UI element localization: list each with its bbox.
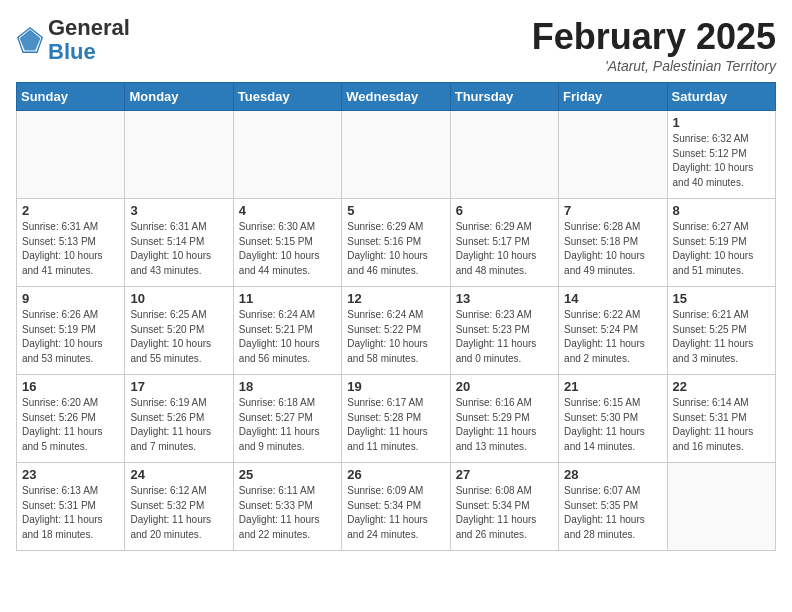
calendar-body: 1Sunrise: 6:32 AMSunset: 5:12 PMDaylight… — [17, 111, 776, 551]
day-number: 27 — [456, 467, 553, 482]
day-number: 2 — [22, 203, 119, 218]
calendar-cell — [125, 111, 233, 199]
day-number: 22 — [673, 379, 770, 394]
calendar-cell: 10Sunrise: 6:25 AMSunset: 5:20 PMDayligh… — [125, 287, 233, 375]
calendar-cell: 28Sunrise: 6:07 AMSunset: 5:35 PMDayligh… — [559, 463, 667, 551]
day-number: 20 — [456, 379, 553, 394]
day-info: Sunrise: 6:12 AMSunset: 5:32 PMDaylight:… — [130, 484, 227, 542]
calendar-cell: 23Sunrise: 6:13 AMSunset: 5:31 PMDayligh… — [17, 463, 125, 551]
day-number: 5 — [347, 203, 444, 218]
day-info: Sunrise: 6:30 AMSunset: 5:15 PMDaylight:… — [239, 220, 336, 278]
day-number: 14 — [564, 291, 661, 306]
weekday-header-friday: Friday — [559, 83, 667, 111]
calendar-cell: 19Sunrise: 6:17 AMSunset: 5:28 PMDayligh… — [342, 375, 450, 463]
calendar-cell — [233, 111, 341, 199]
page-header: General Blue February 2025 'Atarut, Pale… — [16, 16, 776, 74]
calendar-header: SundayMondayTuesdayWednesdayThursdayFrid… — [17, 83, 776, 111]
day-info: Sunrise: 6:21 AMSunset: 5:25 PMDaylight:… — [673, 308, 770, 366]
day-info: Sunrise: 6:27 AMSunset: 5:19 PMDaylight:… — [673, 220, 770, 278]
calendar-cell: 14Sunrise: 6:22 AMSunset: 5:24 PMDayligh… — [559, 287, 667, 375]
day-number: 24 — [130, 467, 227, 482]
day-info: Sunrise: 6:29 AMSunset: 5:16 PMDaylight:… — [347, 220, 444, 278]
logo-general-text: General — [48, 15, 130, 40]
calendar-week-2: 2Sunrise: 6:31 AMSunset: 5:13 PMDaylight… — [17, 199, 776, 287]
day-number: 23 — [22, 467, 119, 482]
svg-marker-0 — [20, 30, 41, 51]
calendar-cell: 18Sunrise: 6:18 AMSunset: 5:27 PMDayligh… — [233, 375, 341, 463]
location-subtitle: 'Atarut, Palestinian Territory — [532, 58, 776, 74]
weekday-header-sunday: Sunday — [17, 83, 125, 111]
day-info: Sunrise: 6:16 AMSunset: 5:29 PMDaylight:… — [456, 396, 553, 454]
day-info: Sunrise: 6:20 AMSunset: 5:26 PMDaylight:… — [22, 396, 119, 454]
day-info: Sunrise: 6:25 AMSunset: 5:20 PMDaylight:… — [130, 308, 227, 366]
calendar-cell: 3Sunrise: 6:31 AMSunset: 5:14 PMDaylight… — [125, 199, 233, 287]
calendar-cell: 20Sunrise: 6:16 AMSunset: 5:29 PMDayligh… — [450, 375, 558, 463]
day-info: Sunrise: 6:17 AMSunset: 5:28 PMDaylight:… — [347, 396, 444, 454]
day-number: 6 — [456, 203, 553, 218]
calendar-cell: 13Sunrise: 6:23 AMSunset: 5:23 PMDayligh… — [450, 287, 558, 375]
calendar-cell: 11Sunrise: 6:24 AMSunset: 5:21 PMDayligh… — [233, 287, 341, 375]
day-number: 17 — [130, 379, 227, 394]
calendar-cell: 24Sunrise: 6:12 AMSunset: 5:32 PMDayligh… — [125, 463, 233, 551]
calendar-cell — [667, 463, 775, 551]
day-info: Sunrise: 6:24 AMSunset: 5:22 PMDaylight:… — [347, 308, 444, 366]
calendar-table: SundayMondayTuesdayWednesdayThursdayFrid… — [16, 82, 776, 551]
day-number: 3 — [130, 203, 227, 218]
day-number: 1 — [673, 115, 770, 130]
weekday-header-tuesday: Tuesday — [233, 83, 341, 111]
day-number: 15 — [673, 291, 770, 306]
day-number: 18 — [239, 379, 336, 394]
day-info: Sunrise: 6:32 AMSunset: 5:12 PMDaylight:… — [673, 132, 770, 190]
weekday-header-monday: Monday — [125, 83, 233, 111]
day-info: Sunrise: 6:18 AMSunset: 5:27 PMDaylight:… — [239, 396, 336, 454]
calendar-cell: 6Sunrise: 6:29 AMSunset: 5:17 PMDaylight… — [450, 199, 558, 287]
weekday-header-wednesday: Wednesday — [342, 83, 450, 111]
calendar-cell — [342, 111, 450, 199]
weekday-header-thursday: Thursday — [450, 83, 558, 111]
day-number: 12 — [347, 291, 444, 306]
day-info: Sunrise: 6:29 AMSunset: 5:17 PMDaylight:… — [456, 220, 553, 278]
day-number: 28 — [564, 467, 661, 482]
day-info: Sunrise: 6:08 AMSunset: 5:34 PMDaylight:… — [456, 484, 553, 542]
day-info: Sunrise: 6:28 AMSunset: 5:18 PMDaylight:… — [564, 220, 661, 278]
day-info: Sunrise: 6:22 AMSunset: 5:24 PMDaylight:… — [564, 308, 661, 366]
day-info: Sunrise: 6:14 AMSunset: 5:31 PMDaylight:… — [673, 396, 770, 454]
day-info: Sunrise: 6:23 AMSunset: 5:23 PMDaylight:… — [456, 308, 553, 366]
day-number: 16 — [22, 379, 119, 394]
day-number: 10 — [130, 291, 227, 306]
calendar-cell: 4Sunrise: 6:30 AMSunset: 5:15 PMDaylight… — [233, 199, 341, 287]
calendar-cell — [17, 111, 125, 199]
calendar-cell: 21Sunrise: 6:15 AMSunset: 5:30 PMDayligh… — [559, 375, 667, 463]
day-number: 26 — [347, 467, 444, 482]
day-info: Sunrise: 6:31 AMSunset: 5:14 PMDaylight:… — [130, 220, 227, 278]
day-number: 11 — [239, 291, 336, 306]
calendar-cell: 1Sunrise: 6:32 AMSunset: 5:12 PMDaylight… — [667, 111, 775, 199]
calendar-cell: 17Sunrise: 6:19 AMSunset: 5:26 PMDayligh… — [125, 375, 233, 463]
day-info: Sunrise: 6:24 AMSunset: 5:21 PMDaylight:… — [239, 308, 336, 366]
day-number: 8 — [673, 203, 770, 218]
day-number: 13 — [456, 291, 553, 306]
day-info: Sunrise: 6:09 AMSunset: 5:34 PMDaylight:… — [347, 484, 444, 542]
weekday-header-saturday: Saturday — [667, 83, 775, 111]
calendar-week-4: 16Sunrise: 6:20 AMSunset: 5:26 PMDayligh… — [17, 375, 776, 463]
weekday-header-row: SundayMondayTuesdayWednesdayThursdayFrid… — [17, 83, 776, 111]
day-number: 4 — [239, 203, 336, 218]
calendar-cell: 26Sunrise: 6:09 AMSunset: 5:34 PMDayligh… — [342, 463, 450, 551]
calendar-cell: 9Sunrise: 6:26 AMSunset: 5:19 PMDaylight… — [17, 287, 125, 375]
calendar-cell: 22Sunrise: 6:14 AMSunset: 5:31 PMDayligh… — [667, 375, 775, 463]
calendar-cell — [450, 111, 558, 199]
logo: General Blue — [16, 16, 130, 64]
day-info: Sunrise: 6:15 AMSunset: 5:30 PMDaylight:… — [564, 396, 661, 454]
calendar-cell: 8Sunrise: 6:27 AMSunset: 5:19 PMDaylight… — [667, 199, 775, 287]
day-info: Sunrise: 6:26 AMSunset: 5:19 PMDaylight:… — [22, 308, 119, 366]
day-info: Sunrise: 6:07 AMSunset: 5:35 PMDaylight:… — [564, 484, 661, 542]
logo-blue-text: Blue — [48, 39, 96, 64]
month-title: February 2025 — [532, 16, 776, 58]
day-number: 19 — [347, 379, 444, 394]
calendar-cell — [559, 111, 667, 199]
day-info: Sunrise: 6:19 AMSunset: 5:26 PMDaylight:… — [130, 396, 227, 454]
calendar-cell: 15Sunrise: 6:21 AMSunset: 5:25 PMDayligh… — [667, 287, 775, 375]
title-block: February 2025 'Atarut, Palestinian Terri… — [532, 16, 776, 74]
day-number: 9 — [22, 291, 119, 306]
calendar-cell: 7Sunrise: 6:28 AMSunset: 5:18 PMDaylight… — [559, 199, 667, 287]
